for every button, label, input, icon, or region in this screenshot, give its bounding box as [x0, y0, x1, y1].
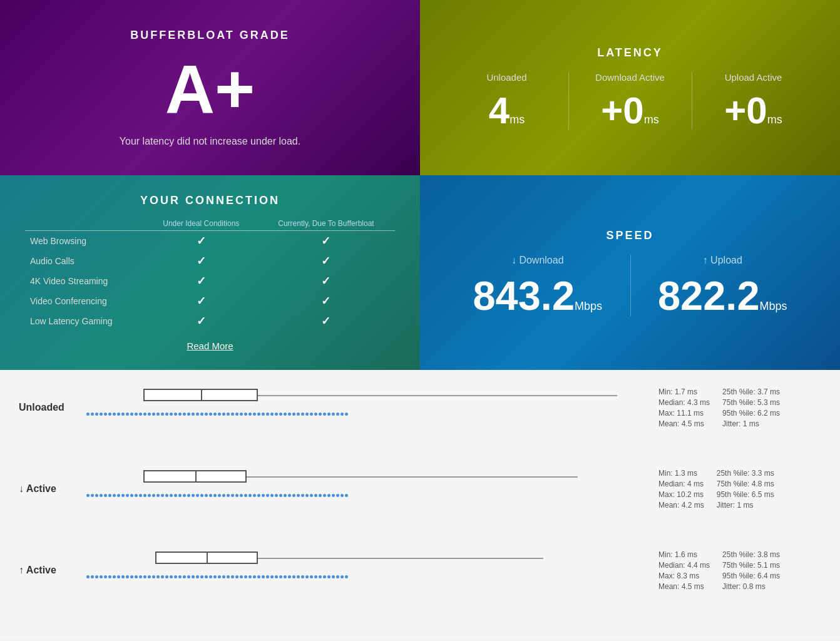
chart-dot [323, 575, 326, 578]
chart-dot [121, 413, 125, 416]
dots-container [86, 494, 348, 497]
chart-dot [178, 494, 182, 497]
chart-dot [205, 494, 208, 497]
stats-right-col: 25th %ile: 3.3 ms75th %ile: 4.8 ms95th %… [717, 469, 774, 510]
stat-item: Min: 1.3 ms [658, 469, 704, 478]
speed-title: SPEED [606, 229, 653, 242]
chart-dot [240, 494, 243, 497]
stat-item: Median: 4.3 ms [658, 398, 710, 407]
speed-upload-label: ↑ Upload [703, 255, 742, 266]
chart-dot [310, 413, 313, 416]
chart-dot [152, 575, 155, 578]
speed-col-upload: ↑ Upload 822.2Mbps [630, 255, 816, 316]
stats-left-col: Min: 1.3 msMedian: 4 msMax: 10.2 msMean:… [658, 469, 704, 510]
chart-dot [192, 494, 195, 497]
chart-dot [213, 575, 217, 578]
chart-dot [323, 413, 326, 416]
chart-dot [95, 575, 98, 578]
connection-row: Web Browsing ✓ ✓ [25, 231, 395, 252]
stat-item: Median: 4 ms [658, 479, 704, 488]
chart-dot [297, 413, 300, 416]
chart-row-download-active: ↓ Active Min: 1.3 msMedian: 4 msMax: 10.… [19, 464, 821, 526]
chart-dot [244, 494, 247, 497]
chart-dot [108, 494, 111, 497]
connection-panel: YOUR CONNECTION Under Ideal Conditions C… [0, 175, 420, 370]
latency-col-label-download: Download Active [595, 72, 665, 83]
chart-dot [327, 494, 330, 497]
chart-dot [345, 494, 348, 497]
chart-dot [336, 575, 339, 578]
chart-dot [231, 575, 234, 578]
connection-row-ideal: ✓ [145, 231, 257, 252]
stat-item: 95th %ile: 6.2 ms [722, 409, 780, 418]
chart-dot [143, 575, 146, 578]
stat-item: Jitter: 1 ms [722, 419, 780, 428]
chart-dot [135, 494, 138, 497]
col-empty [25, 217, 145, 231]
stat-item: Mean: 4.5 ms [658, 419, 710, 428]
stats-left-col: Min: 1.7 msMedian: 4.3 msMax: 11.1 msMea… [658, 387, 710, 428]
chart-dot [310, 494, 313, 497]
connection-row: Video Conferencing ✓ ✓ [25, 291, 395, 311]
read-more-link[interactable]: Read More [25, 341, 395, 351]
chart-dot [130, 575, 133, 578]
chart-dot [187, 575, 190, 578]
chart-dot [91, 575, 94, 578]
chart-dot [139, 413, 142, 416]
chart-dot [178, 413, 182, 416]
chart-dot [100, 494, 103, 497]
stat-item: Jitter: 0.8 ms [722, 582, 780, 591]
chart-dot [310, 575, 313, 578]
chart-dot [183, 494, 186, 497]
chart-dot [253, 575, 256, 578]
chart-label: ↓ Active [19, 483, 75, 495]
stat-item: Min: 1.7 ms [658, 387, 710, 396]
chart-dot [292, 494, 295, 497]
stat-item: Max: 11.1 ms [658, 409, 710, 418]
speed-download-value: 843.2Mbps [473, 275, 602, 316]
chart-area [75, 382, 646, 433]
chart-label: ↑ Active [19, 565, 75, 576]
chart-dot [126, 413, 129, 416]
chart-dot [196, 575, 199, 578]
chart-dot [248, 575, 252, 578]
chart-dot [187, 494, 190, 497]
chart-dot [257, 575, 260, 578]
chart-dot [196, 413, 199, 416]
chart-dot [248, 494, 252, 497]
chart-dot [345, 413, 348, 416]
chart-dot [209, 494, 212, 497]
chart-dot [139, 575, 142, 578]
speed-columns: ↓ Download 843.2Mbps ↑ Upload 822.2Mbps [445, 255, 815, 316]
chart-dot [288, 575, 291, 578]
chart-dot [135, 575, 138, 578]
chart-dot [244, 413, 247, 416]
chart-dot [218, 494, 221, 497]
chart-dot [266, 413, 269, 416]
latency-col-download: Download Active +0ms [568, 72, 692, 130]
chart-dot [301, 413, 304, 416]
chart-dot [275, 575, 278, 578]
chart-dot [284, 494, 287, 497]
chart-dot [183, 575, 186, 578]
chart-dot [327, 413, 330, 416]
chart-dot [297, 494, 300, 497]
connection-row-current: ✓ [257, 251, 395, 271]
chart-dot [332, 413, 335, 416]
chart-dot [235, 494, 238, 497]
chart-dot [336, 494, 339, 497]
bufferbloat-panel: BUFFERBLOAT GRADE A+ Your latency did no… [0, 0, 420, 175]
latency-value-download: +0ms [601, 92, 658, 130]
chart-dot [244, 575, 247, 578]
chart-dot [332, 575, 335, 578]
chart-dot [100, 413, 103, 416]
chart-dot [104, 494, 107, 497]
connection-row: Audio Calls ✓ ✓ [25, 251, 395, 271]
chart-dot [279, 494, 282, 497]
chart-dot [161, 413, 164, 416]
chart-stats: Min: 1.7 msMedian: 4.3 msMax: 11.1 msMea… [646, 387, 821, 428]
stats-right-col: 25th %ile: 3.7 ms75th %ile: 5.3 ms95th %… [722, 387, 780, 428]
latency-value-unloaded: 4ms [489, 92, 525, 130]
chart-dot [161, 494, 164, 497]
connection-row-ideal: ✓ [145, 251, 257, 271]
